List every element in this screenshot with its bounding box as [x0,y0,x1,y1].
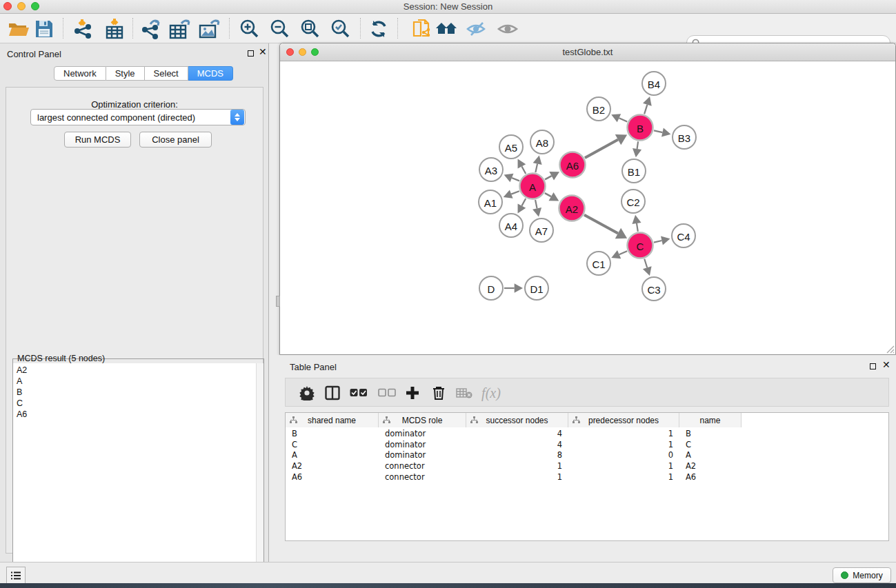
open-folder-icon[interactable] [7,17,30,41]
cell-successor[interactable]: 4 [466,439,568,450]
tab-style[interactable]: Style [106,66,145,81]
graph-edge-A-A4[interactable] [521,199,526,206]
network-zoom-button[interactable] [311,48,319,56]
mcds-result-item[interactable]: C [17,398,256,409]
cell-mcds_role[interactable]: connector [379,460,466,472]
graph-edge-C-C3[interactable] [644,259,647,268]
delete-table-icon[interactable] [453,382,475,404]
graph-edge-A-A6[interactable] [545,176,552,179]
network-close-button[interactable] [286,48,294,56]
graph-edge-B-B3[interactable] [654,130,662,132]
graph-edge-B-B4[interactable] [644,105,647,114]
graph-edge-B-B1[interactable] [637,141,639,149]
run-mcds-button[interactable]: Run MCDS [64,132,131,148]
zoom-out-icon[interactable] [268,17,291,41]
zoom-fit-icon[interactable] [298,17,321,41]
cell-name[interactable]: A [679,450,741,461]
table-row[interactable]: A2connector11A2 [286,460,741,472]
network-window-titlebar[interactable]: testGlobe.txt [280,43,895,61]
task-history-button[interactable] [6,567,26,584]
deselect-all-icon[interactable] [376,382,398,404]
save-session-icon[interactable] [32,17,56,41]
export-table-icon[interactable] [168,17,192,41]
cell-successor[interactable]: 8 [466,450,568,461]
cell-predecessor[interactable]: 1 [568,472,679,483]
mcds-result-list[interactable]: A2ABCA6 [13,363,256,588]
select-all-icon[interactable] [348,382,370,404]
table-row[interactable]: Bdominator41B [286,428,741,439]
cell-predecessor[interactable]: 1 [568,428,679,439]
import-table-icon[interactable] [103,17,126,41]
zoom-in-icon[interactable] [237,17,261,41]
close-table-panel-icon[interactable]: ✕ [882,359,890,370]
table-settings-gear-icon[interactable] [296,382,318,404]
cell-mcds_role[interactable]: connector [379,472,466,483]
resize-grip-icon[interactable] [885,344,895,354]
cell-shared_name[interactable]: A [286,450,379,461]
show-all-icon[interactable] [496,17,519,41]
window-controls[interactable] [3,2,39,10]
import-network-icon[interactable] [72,17,95,41]
cell-successor[interactable]: 1 [466,472,568,483]
hide-selected-icon[interactable] [465,17,488,41]
function-builder-icon[interactable]: f(x) [480,382,502,404]
graph-edge-A-A8[interactable] [535,164,537,172]
graph-edge-A2-C[interactable] [584,215,618,234]
tab-select[interactable]: Select [145,66,188,81]
cell-successor[interactable]: 4 [466,428,568,439]
network-canvas[interactable]: B4B2BB3A8A5A6A3B1AC2A1A2A4A7C4CC1C3DD1 [280,61,895,354]
mcds-result-item[interactable]: A [17,376,256,387]
cell-shared_name[interactable]: A2 [286,460,379,472]
close-panel-icon[interactable]: ✕ [259,46,267,57]
node-table[interactable]: shared nameMCDS rolesuccessor nodesprede… [285,412,889,541]
tab-mcds[interactable]: MCDS [188,66,233,81]
cell-mcds_role[interactable]: dominator [379,450,466,461]
table-row[interactable]: Adominator80A [286,450,741,461]
float-panel-icon[interactable] [248,50,254,57]
float-table-panel-icon[interactable] [870,363,876,369]
table-row[interactable]: A6connector11A6 [286,472,741,483]
delete-row-trash-icon[interactable] [428,382,450,404]
column-view-icon[interactable] [321,382,344,404]
column-header-successor[interactable]: successor nodes [466,413,568,427]
zoom-selected-icon[interactable] [328,17,352,41]
column-header-shared_name[interactable]: shared name [286,413,379,427]
graph-edge-A-A7[interactable] [535,200,537,208]
network-graph[interactable]: B4B2BB3A8A5A6A3B1AC2A1A2A4A7C4CC1C3DD1 [280,61,895,354]
graph-edge-C-C4[interactable] [654,241,661,243]
table-header[interactable]: shared nameMCDS rolesuccessor nodesprede… [286,413,741,427]
cell-predecessor[interactable]: 0 [568,450,679,461]
export-network-icon[interactable] [139,17,163,41]
network-minimize-button[interactable] [299,48,306,56]
add-row-icon[interactable] [401,382,424,404]
cell-name[interactable]: A2 [679,460,741,472]
cell-name[interactable]: A6 [679,472,741,483]
network-file-icon[interactable] [410,17,434,41]
mcds-result-item[interactable]: A2 [17,365,256,376]
cell-shared_name[interactable]: C [286,439,379,450]
cell-mcds_role[interactable]: dominator [379,428,466,439]
cell-predecessor[interactable]: 1 [568,460,679,472]
export-image-icon[interactable] [198,17,221,41]
graph-edge-B-B2[interactable] [619,118,627,121]
cell-predecessor[interactable]: 1 [568,439,679,450]
refresh-layout-icon[interactable] [367,17,390,41]
memory-button[interactable]: Memory [833,567,891,583]
minimize-window-button[interactable] [17,2,26,10]
home-icon[interactable] [435,17,458,41]
column-header-predecessor[interactable]: predecessor nodes [568,413,679,427]
table-row[interactable]: Cdominator41C [286,439,741,450]
cell-mcds_role[interactable]: dominator [379,439,466,450]
close-window-button[interactable] [3,2,12,10]
mcds-result-item[interactable]: A6 [17,409,256,420]
cell-shared_name[interactable]: B [286,428,379,439]
cell-shared_name[interactable]: A6 [286,472,379,483]
column-header-mcds_role[interactable]: MCDS role [379,413,466,427]
cell-name[interactable]: B [679,428,741,439]
close-panel-button[interactable]: Close panel [139,132,212,148]
graph-edge-A-A1[interactable] [511,191,519,194]
graph-edge-A-A5[interactable] [521,166,526,174]
cell-successor[interactable]: 1 [466,460,568,472]
graph-edge-A-A3[interactable] [512,178,519,181]
graph-edge-C-C1[interactable] [619,251,628,254]
